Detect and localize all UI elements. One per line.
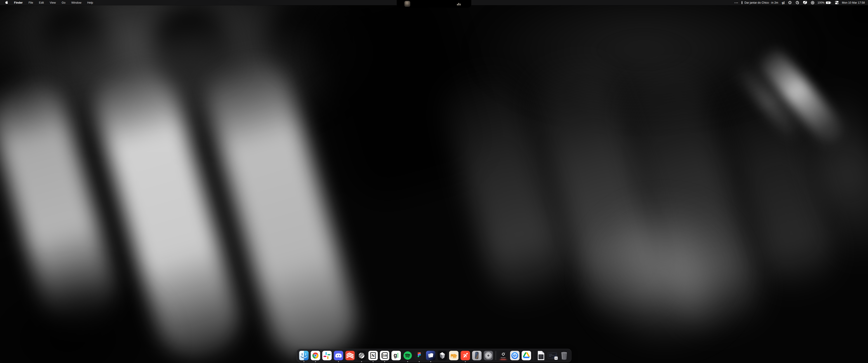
dock-app-raycast[interactable]: raycast xyxy=(498,351,508,360)
dock: N 10 g xyxy=(297,349,572,362)
blue-pages-icon xyxy=(426,351,436,360)
dock-separator xyxy=(533,351,534,360)
menu-help[interactable]: Help xyxy=(87,1,93,4)
menu-file[interactable]: File xyxy=(29,1,33,4)
menu-window[interactable]: Window xyxy=(71,1,81,4)
battery-charging-icon[interactable] xyxy=(826,1,831,4)
running-indicator xyxy=(384,361,385,362)
raycast-label: raycast xyxy=(498,357,508,358)
document-file-icon xyxy=(536,351,546,360)
event-reminder-text[interactable]: Dar jantar do Chico · in 2m xyxy=(744,1,778,4)
figma-icon xyxy=(414,351,424,360)
elephant-icon xyxy=(449,351,459,360)
finder-icon xyxy=(299,351,309,360)
now-playing-album-art[interactable] xyxy=(404,1,410,7)
dock-app-system-settings[interactable] xyxy=(484,351,493,360)
control-center-icon[interactable] xyxy=(835,1,839,4)
spotify-icon xyxy=(403,351,412,360)
google-drive-icon xyxy=(522,351,531,360)
granola-menubar-icon[interactable]: g xyxy=(782,1,784,4)
dock-app-linear[interactable] xyxy=(357,351,366,360)
dock-app-iphone-mirroring[interactable] xyxy=(472,351,482,360)
menu-bar-status: ••• Dar jantar do Chico · in 2m g xyxy=(731,1,868,4)
system-settings-icon xyxy=(484,351,493,360)
dock-app-google-drive[interactable] xyxy=(522,351,531,360)
dock-app-notion-calendar[interactable]: 10 xyxy=(380,351,390,360)
dock-app-elephant[interactable] xyxy=(449,351,459,360)
menu-go[interactable]: Go xyxy=(62,1,66,4)
status-separator-bar xyxy=(742,1,743,4)
dock-app-superhuman[interactable] xyxy=(461,351,470,360)
window-thumbnail-preview: 11 xyxy=(548,352,557,359)
one-password-icon[interactable] xyxy=(811,1,814,4)
chrome-icon xyxy=(311,351,320,360)
wallpaper-dark-corner xyxy=(811,0,868,61)
wallpaper-dark-corner xyxy=(0,271,169,363)
dock-app-1password[interactable] xyxy=(510,351,520,360)
notion-calendar-icon xyxy=(380,351,390,360)
battery-percent: 100% xyxy=(817,1,825,4)
dock-app-slack[interactable] xyxy=(322,351,332,360)
menu-view[interactable]: View xyxy=(50,1,56,4)
running-indicator xyxy=(338,361,339,362)
running-indicator xyxy=(419,361,420,362)
dock-app-blue-pages[interactable] xyxy=(426,351,436,360)
apple-menu[interactable] xyxy=(5,0,8,5)
dock-app-spotify[interactable] xyxy=(403,351,412,360)
notion-icon xyxy=(368,351,378,360)
menubar-clock[interactable]: Mon 10 Mar 17:58 xyxy=(842,1,865,4)
menu-bar-left: Finder File Edit View Go Window Help xyxy=(0,0,93,5)
dock-app-chrome[interactable] xyxy=(311,351,320,360)
dock-app-finder[interactable] xyxy=(299,351,309,360)
dock-app-granola[interactable]: g xyxy=(392,351,401,360)
cube-3d-icon xyxy=(438,351,447,360)
wallpaper-glow xyxy=(588,203,741,343)
apple-icon xyxy=(5,0,8,4)
running-indicator xyxy=(304,361,305,362)
overflow-menu-icon[interactable]: ••• xyxy=(735,1,739,4)
trash-icon xyxy=(559,351,569,360)
desktop: Finder File Edit View Go Window Help •••… xyxy=(0,0,868,363)
dock-app-todoist[interactable] xyxy=(345,351,355,360)
dock-window-thumbnail[interactable]: 11 xyxy=(548,351,557,360)
discord-icon xyxy=(334,351,343,360)
wallpaper xyxy=(0,0,868,363)
superhuman-icon xyxy=(461,351,470,360)
notch-media-widget[interactable] xyxy=(397,0,471,8)
dock-app-notion[interactable]: N xyxy=(368,351,378,360)
cursor-bar-icon xyxy=(784,1,784,4)
granola-icon xyxy=(392,351,401,360)
display-mirroring-icon[interactable] xyxy=(803,1,807,4)
slack-icon xyxy=(322,351,332,360)
raycast-icon xyxy=(498,351,508,360)
dock-file-document[interactable] xyxy=(536,351,546,360)
menu-edit[interactable]: Edit xyxy=(39,1,44,4)
dock-trash[interactable] xyxy=(559,351,569,360)
running-indicator xyxy=(373,361,374,362)
one-password-icon xyxy=(510,351,520,360)
todoist-icon xyxy=(345,351,355,360)
calendar-badge: 11 xyxy=(555,357,558,360)
running-indicator xyxy=(361,361,362,362)
running-indicator xyxy=(315,361,316,362)
menu-app-name[interactable]: Finder xyxy=(14,1,23,4)
dock-app-figma[interactable] xyxy=(414,351,424,360)
gear-flower-icon[interactable] xyxy=(788,1,792,4)
linear-icon xyxy=(357,351,366,360)
iphone-mirroring-icon xyxy=(472,351,482,360)
pick-icon[interactable] xyxy=(796,1,799,4)
granola-cursor-bar xyxy=(397,353,398,358)
dock-app-discord[interactable] xyxy=(334,351,343,360)
dock-separator xyxy=(496,351,496,360)
equalizer-icon xyxy=(457,2,461,5)
running-indicator xyxy=(407,361,408,362)
running-indicator xyxy=(430,361,431,362)
dock-app-3d-cube[interactable] xyxy=(438,351,447,360)
running-indicator xyxy=(465,361,466,362)
